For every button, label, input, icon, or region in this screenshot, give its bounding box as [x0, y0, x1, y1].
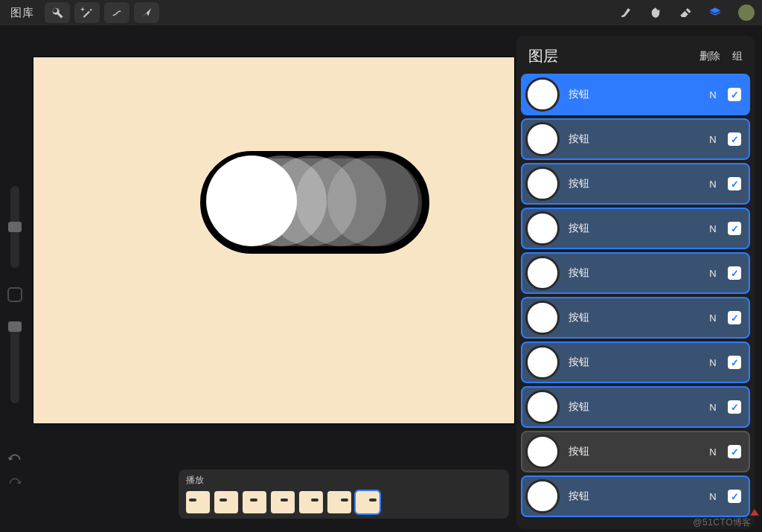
layer-label: 按钮 — [569, 445, 698, 458]
eraser-icon[interactable] — [673, 2, 698, 23]
layer-blend-mode[interactable]: N — [707, 446, 719, 458]
undo-icon[interactable] — [7, 450, 22, 462]
layer-blend-mode[interactable]: N — [707, 89, 719, 100]
layers-group-button[interactable]: 组 — [732, 50, 743, 63]
top-toolbar: 图库 — [0, 0, 762, 25]
top-toolbar-right — [613, 2, 758, 23]
layers-panel-header: 图层 删除 组 — [516, 36, 755, 74]
layer-row[interactable]: 按钮N✓ — [521, 386, 750, 428]
magic-icon[interactable] — [74, 2, 100, 23]
layer-row[interactable]: 按钮N✓ — [521, 74, 750, 115]
brush-opacity-slider[interactable] — [10, 321, 19, 403]
layer-blend-mode[interactable]: N — [707, 402, 719, 413]
layer-visibility-checkbox[interactable]: ✓ — [728, 490, 741, 503]
layer-row[interactable]: 按钮N✓ — [521, 118, 750, 160]
layer-thumbnail — [525, 122, 560, 156]
layer-thumbnail — [525, 211, 560, 246]
layers-panel: 图层 删除 组 按钮N✓按钮N✓按钮N✓按钮N✓按钮N✓按钮N✓按钮N✓按钮N✓… — [516, 36, 755, 529]
layer-blend-mode[interactable]: N — [707, 268, 719, 279]
undo-redo-group — [7, 450, 22, 486]
timeline-frame[interactable] — [186, 491, 210, 513]
layer-label: 按钮 — [569, 311, 698, 324]
animation-timeline: 播放 — [179, 469, 509, 519]
layer-blend-mode[interactable]: N — [707, 357, 719, 368]
layer-label: 按钮 — [569, 88, 698, 101]
pointer-icon[interactable] — [134, 2, 159, 23]
top-toolbar-left: 图库 — [4, 2, 159, 23]
layer-label: 按钮 — [569, 490, 698, 503]
layer-thumbnail — [525, 390, 560, 424]
layer-row[interactable]: 按钮N✓ — [521, 163, 750, 205]
layers-delete-button[interactable]: 删除 — [699, 50, 720, 63]
layers-list: 按钮N✓按钮N✓按钮N✓按钮N✓按钮N✓按钮N✓按钮N✓按钮N✓按钮N✓按钮N✓ — [516, 74, 755, 529]
layers-icon[interactable] — [702, 2, 728, 23]
layer-label: 按钮 — [569, 222, 698, 235]
layer-blend-mode[interactable]: N — [707, 179, 719, 190]
modifier-button[interactable] — [7, 287, 22, 302]
timeline-frame[interactable] — [214, 491, 238, 513]
layer-visibility-checkbox[interactable]: ✓ — [728, 132, 741, 146]
slider-thumb[interactable] — [8, 321, 22, 332]
layer-visibility-checkbox[interactable]: ✓ — [728, 266, 741, 280]
timeline-frame[interactable] — [327, 491, 351, 513]
timeline-frame[interactable] — [356, 491, 380, 513]
layer-blend-mode[interactable]: N — [707, 491, 719, 502]
layer-visibility-checkbox[interactable]: ✓ — [728, 356, 741, 369]
layer-row[interactable]: 按钮N✓ — [521, 297, 750, 339]
smudge-icon[interactable] — [643, 2, 668, 23]
brush-size-slider[interactable] — [10, 186, 19, 268]
left-rail — [4, 186, 25, 403]
layer-visibility-checkbox[interactable]: ✓ — [728, 177, 741, 190]
layer-visibility-checkbox[interactable]: ✓ — [728, 222, 741, 235]
layer-label: 按钮 — [569, 177, 698, 190]
play-button[interactable]: 播放 — [186, 474, 502, 487]
layer-thumbnail — [525, 77, 560, 112]
wrench-icon[interactable] — [45, 2, 70, 23]
layer-visibility-checkbox[interactable]: ✓ — [728, 88, 741, 101]
layer-label: 按钮 — [569, 356, 698, 369]
layer-blend-mode[interactable]: N — [707, 223, 719, 234]
layer-label: 按钮 — [569, 132, 698, 146]
layer-row[interactable]: 按钮N✓ — [521, 342, 750, 383]
shape-icon[interactable] — [104, 2, 129, 23]
layer-label: 按钮 — [569, 400, 698, 414]
timeline-frame[interactable] — [243, 491, 266, 513]
layer-blend-mode[interactable]: N — [707, 313, 719, 324]
layer-thumbnail — [525, 256, 560, 290]
layer-row[interactable]: 按钮N✓ — [521, 252, 750, 294]
layer-row[interactable]: 按钮N✓ — [521, 208, 750, 249]
redo-icon[interactable] — [7, 474, 22, 486]
layer-blend-mode[interactable]: N — [707, 134, 719, 145]
artwork-toggle-knob — [206, 156, 297, 246]
layer-visibility-checkbox[interactable]: ✓ — [728, 311, 741, 324]
layer-label: 按钮 — [569, 266, 698, 280]
layer-thumbnail — [525, 167, 560, 201]
slider-thumb[interactable] — [8, 222, 22, 232]
layer-row[interactable]: 按钮N✓ — [521, 475, 750, 517]
canvas[interactable] — [33, 57, 515, 424]
layer-thumbnail — [525, 345, 560, 379]
color-swatch[interactable] — [738, 4, 755, 21]
layer-row[interactable]: 按钮N✓ — [521, 431, 750, 472]
library-button[interactable]: 图库 — [4, 6, 40, 20]
timeline-frame[interactable] — [299, 491, 323, 513]
layers-panel-title: 图层 — [528, 46, 558, 66]
timeline-frames — [186, 491, 502, 513]
layer-thumbnail — [525, 435, 560, 469]
timeline-frame[interactable] — [271, 491, 295, 513]
brush-icon[interactable] — [613, 2, 638, 23]
layer-thumbnail — [525, 479, 560, 513]
layer-visibility-checkbox[interactable]: ✓ — [728, 400, 741, 414]
layer-visibility-checkbox[interactable]: ✓ — [728, 445, 741, 458]
layer-thumbnail — [525, 301, 560, 335]
